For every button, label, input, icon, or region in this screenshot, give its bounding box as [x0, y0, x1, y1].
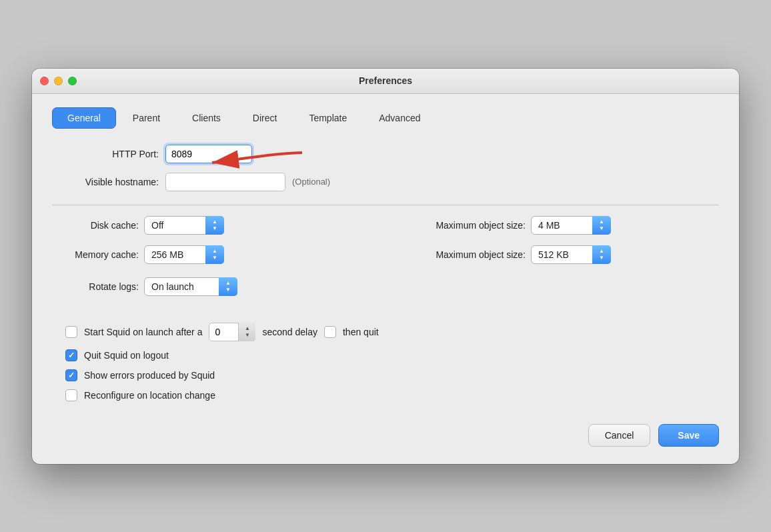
minimize-button[interactable]: [54, 77, 63, 85]
checkboxes-section: Start Squid on launch after a ▲ ▼ second…: [65, 323, 719, 401]
http-port-row: HTTP Port:: [52, 145, 719, 163]
http-port-area: HTTP Port:: [52, 145, 719, 163]
hostname-label: Visible hostname:: [52, 177, 159, 187]
disk-cache-select-wrapper: Off On ▲ ▼: [144, 216, 224, 235]
rotate-logs-label: Rotate logs:: [52, 281, 139, 292]
start-squid-checkbox[interactable]: [65, 326, 77, 338]
memory-max-select[interactable]: 512 KB 256 KB 1 MB: [531, 245, 611, 264]
disk-cache-label: Disk cache:: [52, 220, 139, 231]
quit-squid-row: Quit Squid on logout: [65, 349, 719, 361]
reconfigure-checkbox[interactable]: [65, 389, 77, 401]
reconfigure-row: Reconfigure on location change: [65, 389, 719, 401]
cancel-button[interactable]: Cancel: [588, 424, 651, 447]
window-title: Preferences: [359, 75, 412, 86]
memory-cache-row: Memory cache: 256 MB 128 MB 512 MB ▲ ▼: [52, 245, 372, 264]
disk-cache-select[interactable]: Off On: [144, 216, 224, 235]
quit-squid-label: Quit Squid on logout: [84, 350, 169, 361]
quit-squid-checkbox[interactable]: [65, 349, 77, 361]
bottom-bar: Cancel Save: [52, 417, 719, 451]
disk-max-select[interactable]: 4 MB 1 MB 2 MB 8 MB: [531, 216, 611, 235]
http-port-input[interactable]: [165, 145, 252, 163]
disk-max-row: Maximum object size: 4 MB 1 MB 2 MB 8 MB…: [399, 216, 719, 235]
reconfigure-label: Reconfigure on location change: [84, 390, 215, 401]
second-delay-label: second delay: [262, 327, 317, 337]
tab-template[interactable]: Template: [293, 107, 362, 129]
tab-clients[interactable]: Clients: [177, 107, 236, 129]
http-port-label: HTTP Port:: [52, 149, 159, 159]
optional-label: (Optional): [292, 177, 330, 187]
rotate-logs-select-wrapper: On launch Daily Weekly ▲ ▼: [144, 277, 237, 296]
preferences-window: Preferences General Parent Clients Direc…: [32, 69, 739, 464]
hostname-input[interactable]: [165, 173, 285, 191]
stepper-arrows: ▲ ▼: [238, 323, 255, 341]
delay-stepper-wrapper: ▲ ▼: [209, 323, 255, 341]
window-controls: [40, 77, 77, 85]
main-content: General Parent Clients Direct Template A…: [32, 94, 739, 464]
show-errors-label: Show errors produced by Squid: [84, 370, 215, 381]
stepper-down-icon[interactable]: ▼: [245, 332, 250, 339]
then-quit-label: then quit: [343, 327, 379, 337]
tab-direct[interactable]: Direct: [237, 107, 293, 129]
memory-max-label: Maximum object size:: [399, 249, 526, 260]
titlebar: Preferences: [32, 69, 739, 94]
rotate-logs-row: Rotate logs: On launch Daily Weekly ▲ ▼: [52, 277, 719, 296]
divider-1: [52, 205, 719, 205]
spacer: [52, 312, 719, 323]
close-button[interactable]: [40, 77, 49, 85]
hostname-row: Visible hostname: (Optional): [52, 173, 719, 191]
memory-cache-label: Memory cache:: [52, 249, 139, 260]
start-squid-row: Start Squid on launch after a ▲ ▼ second…: [65, 323, 719, 341]
disk-max-select-wrapper: 4 MB 1 MB 2 MB 8 MB ▲ ▼: [531, 216, 611, 235]
tab-general[interactable]: General: [52, 107, 116, 129]
memory-max-select-wrapper: 512 KB 256 KB 1 MB ▲ ▼: [531, 245, 611, 264]
then-quit-checkbox[interactable]: [324, 326, 336, 338]
save-button[interactable]: Save: [658, 424, 719, 447]
tab-advanced[interactable]: Advanced: [363, 107, 436, 129]
cache-grid: Disk cache: Off On ▲ ▼ Maximum object si…: [52, 216, 719, 264]
memory-cache-select-wrapper: 256 MB 128 MB 512 MB ▲ ▼: [144, 245, 224, 264]
show-errors-row: Show errors produced by Squid: [65, 369, 719, 381]
memory-cache-select[interactable]: 256 MB 128 MB 512 MB: [144, 245, 224, 264]
disk-cache-row: Disk cache: Off On ▲ ▼: [52, 216, 372, 235]
stepper-up-icon[interactable]: ▲: [245, 325, 250, 332]
show-errors-checkbox[interactable]: [65, 369, 77, 381]
maximize-button[interactable]: [68, 77, 77, 85]
memory-max-row: Maximum object size: 512 KB 256 KB 1 MB …: [399, 245, 719, 264]
disk-max-label: Maximum object size:: [399, 220, 526, 231]
start-squid-label: Start Squid on launch after a: [84, 327, 202, 337]
rotate-logs-select[interactable]: On launch Daily Weekly: [144, 277, 237, 296]
tab-bar: General Parent Clients Direct Template A…: [52, 107, 719, 129]
tab-parent[interactable]: Parent: [117, 107, 175, 129]
